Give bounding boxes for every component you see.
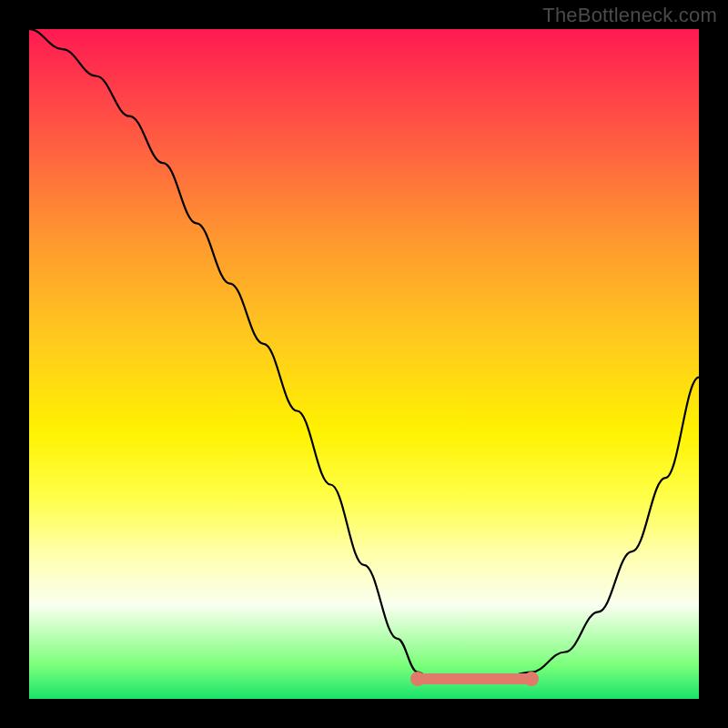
highlight-marker-right: [524, 672, 539, 686]
chart-root: TheBottleneck.com: [0, 0, 728, 728]
curve-svg: [29, 29, 699, 699]
plot-area-frame: [29, 29, 699, 699]
watermark-text: TheBottleneck.com: [542, 4, 717, 27]
bottleneck-curve: [29, 29, 699, 679]
highlight-marker-left: [410, 672, 425, 686]
plot-area: [29, 29, 699, 699]
highlight-ribbon: [418, 673, 531, 684]
